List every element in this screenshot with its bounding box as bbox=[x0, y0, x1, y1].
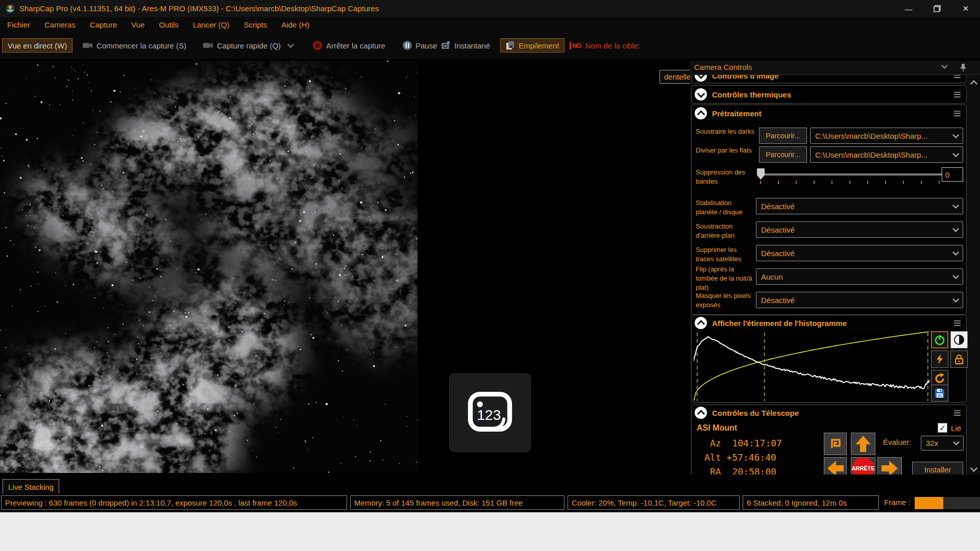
panel-title: Camera Controls bbox=[694, 63, 752, 71]
status-memory: Memory: 5 of 145 frames used, Disk: 151 … bbox=[350, 495, 565, 510]
camera-controls-panel: Contrôles d'image ≡ Camera Controls Cont… bbox=[690, 61, 980, 474]
status-stacked: 6 Stacked, 0 Ignored, 12m 0s bbox=[743, 495, 879, 510]
contrast-icon bbox=[953, 334, 965, 345]
chevron-down-icon bbox=[952, 226, 959, 232]
menu-aide[interactable]: Aide (H) bbox=[274, 20, 316, 29]
live-view-button[interactable]: Vue en direct (W) bbox=[2, 38, 72, 53]
stop-slew-button[interactable]: ARRÊTE bbox=[851, 457, 875, 474]
coord-alt: Alt +57:46:40 bbox=[704, 452, 776, 463]
pin-icon[interactable] bbox=[960, 63, 967, 72]
lock-stretch-button[interactable] bbox=[950, 350, 968, 368]
drag-handle-icon[interactable]: ≡ bbox=[953, 108, 961, 118]
histogram-stretch-button[interactable] bbox=[931, 331, 948, 348]
live-preview-image[interactable] bbox=[0, 61, 418, 473]
drag-handle-icon[interactable]: ≡ bbox=[953, 318, 961, 328]
row-label: Stabilisation planète / disque bbox=[696, 198, 755, 216]
menu-vue[interactable]: Vue bbox=[124, 20, 152, 29]
banding-slider-track[interactable] bbox=[760, 173, 942, 176]
flip-select[interactable]: Aucun bbox=[756, 268, 963, 285]
menu-cameras[interactable]: Cameras bbox=[37, 20, 83, 29]
rate-label: Évaluer: bbox=[883, 438, 911, 446]
hide-hot-pixels-select[interactable]: Désactivé bbox=[756, 292, 963, 308]
scroll-up-icon[interactable] bbox=[970, 80, 977, 87]
section-thermal-controls[interactable]: Contrôles thermiques ≡ bbox=[691, 85, 967, 104]
collapse-icon[interactable] bbox=[695, 107, 707, 119]
status-previewing: Previewing : 630 frames (0 dropped) in 2… bbox=[1, 495, 347, 510]
menu-bar: Fichier Cameras Capture Vue Outils Lance… bbox=[0, 17, 980, 32]
row-label: Soustraction d'arrière-plan bbox=[696, 221, 755, 240]
stack-icon bbox=[506, 41, 515, 50]
menu-capture[interactable]: Capture bbox=[83, 20, 124, 29]
snapshot-button[interactable]: Instantané bbox=[441, 38, 490, 53]
nebula-clouds bbox=[0, 61, 418, 473]
browse-darks-button[interactable]: Parcourir... bbox=[759, 128, 807, 144]
start-capture-button[interactable]: Commencer la capture (S) bbox=[83, 38, 186, 53]
save-stretch-button[interactable] bbox=[931, 385, 948, 402]
drag-handle-icon[interactable]: ≡ bbox=[953, 89, 961, 99]
stop-capture-button[interactable]: Arrêter la capture bbox=[312, 38, 385, 53]
lock-icon bbox=[954, 354, 964, 365]
auto-stretch-button[interactable] bbox=[931, 350, 948, 368]
slew-right-button[interactable] bbox=[877, 457, 902, 474]
drag-handle-icon[interactable]: ≡ bbox=[953, 408, 961, 418]
row-label: Supprimer les traces satellites bbox=[696, 245, 755, 263]
chevron-down-icon bbox=[952, 249, 959, 256]
install-button[interactable]: Installer bbox=[912, 462, 963, 474]
slew-up-button[interactable] bbox=[851, 433, 875, 455]
chevron-down-icon[interactable] bbox=[287, 41, 294, 48]
menu-fichier[interactable]: Fichier bbox=[0, 20, 37, 29]
slider-ticks bbox=[760, 181, 941, 184]
chevron-down-icon bbox=[952, 132, 959, 138]
collapse-icon[interactable] bbox=[695, 407, 707, 419]
chevron-down-icon bbox=[952, 272, 959, 279]
row-label: Soustraire les darks bbox=[696, 127, 755, 136]
window-title: SharpCap Pro (v4.1.11351, 64 bit) - Ares… bbox=[19, 4, 379, 13]
save-icon bbox=[934, 388, 945, 399]
section-histogram: Afficher l'étirement de l'histogramme ≡ bbox=[691, 315, 967, 403]
satellite-trails-select[interactable]: Désactivé bbox=[756, 245, 963, 261]
scroll-down-icon[interactable] bbox=[970, 465, 977, 472]
row-label: Suppression des bandes bbox=[696, 167, 755, 186]
chevron-down-icon bbox=[952, 151, 959, 157]
reset-icon bbox=[934, 372, 946, 385]
mount-name: ASI Mount bbox=[697, 423, 737, 433]
collapse-icon[interactable] bbox=[695, 88, 707, 101]
display-stretch-button[interactable] bbox=[950, 331, 968, 348]
title-bar: SharpCap Pro (v4.1.11351, 64 bit) - Ares… bbox=[0, 0, 980, 17]
menu-outils[interactable]: Outils bbox=[152, 20, 185, 29]
stabilisation-select[interactable]: Désactivé bbox=[756, 198, 963, 214]
banding-slider-thumb[interactable] bbox=[757, 168, 765, 180]
chevron-down-icon bbox=[952, 202, 959, 209]
histogram-plot[interactable] bbox=[694, 332, 929, 401]
flats-file-select[interactable]: C:\Users\marcb\Desktop\Sharp... bbox=[810, 146, 963, 163]
darks-file-select[interactable]: C:\Users\marcb\Desktop\Sharp... bbox=[810, 128, 963, 144]
chevron-down-icon[interactable] bbox=[941, 62, 948, 69]
background-subtract-select[interactable]: Désactivé bbox=[756, 221, 963, 238]
close-button[interactable]: ✕ bbox=[951, 0, 980, 17]
stop-icon bbox=[312, 40, 323, 51]
frame-progress-fill bbox=[915, 497, 943, 509]
collapse-icon[interactable] bbox=[695, 317, 707, 329]
unpark-button[interactable] bbox=[824, 433, 847, 455]
panel-scrollbar[interactable] bbox=[968, 74, 980, 474]
section-telescope: Contrôles du Télescope ≡ ASI Mount ✓ Lié… bbox=[691, 405, 967, 474]
menu-scripts[interactable]: Scripts bbox=[236, 20, 274, 29]
slew-left-button[interactable] bbox=[824, 457, 847, 474]
restore-button[interactable] bbox=[923, 0, 951, 17]
linked-label: Lié bbox=[951, 424, 961, 433]
banding-value-field[interactable]: 0 bbox=[942, 167, 963, 182]
taskbar: 18°C Eclaircies Rechercher PHD bbox=[0, 512, 980, 551]
rate-select[interactable]: 32x bbox=[921, 436, 964, 450]
live-stacking-tab[interactable]: Live Stacking bbox=[3, 479, 59, 494]
pause-button[interactable]: Pause bbox=[402, 38, 437, 53]
minimize-button[interactable]: — bbox=[894, 0, 923, 17]
menu-lancer[interactable]: Lancer (Q) bbox=[186, 20, 237, 29]
stacking-button[interactable]: Empilement bbox=[500, 38, 565, 53]
video-camera-icon bbox=[83, 42, 93, 49]
linked-checkbox[interactable]: ✓ bbox=[938, 423, 947, 433]
browse-flats-button[interactable]: Parcourir... bbox=[759, 146, 807, 163]
toolbar: Vue en direct (W) Commencer la capture (… bbox=[0, 32, 980, 59]
target-name-label: Nom de la cible: bbox=[585, 41, 641, 50]
quick-capture-button[interactable]: Capture rapide (Q) bbox=[203, 38, 293, 53]
app-icon bbox=[5, 4, 15, 14]
